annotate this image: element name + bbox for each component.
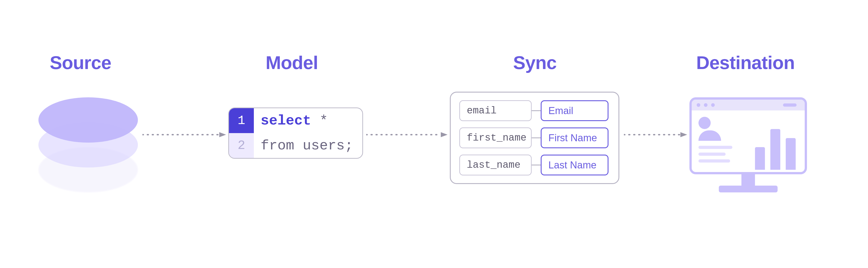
dest-field-pill: First Name <box>541 128 609 148</box>
sync-mapping-panel: email Email first_name First Name last_n… <box>450 92 619 184</box>
code-line-1: 1 select * <box>229 108 362 133</box>
mapping-connector <box>532 165 541 165</box>
arrow-model-to-sync <box>366 131 447 138</box>
monitor-screen <box>689 97 807 174</box>
sync-title: Sync <box>513 52 557 73</box>
svg-marker-5 <box>680 132 687 137</box>
dest-field-pill: Last Name <box>541 155 609 176</box>
source-field-pill: first_name <box>459 128 532 148</box>
arrow-source-to-model <box>143 131 226 138</box>
profile-icon <box>699 117 744 172</box>
destination-monitor-icon <box>689 97 807 192</box>
code-line-2: 2 from users; <box>229 133 362 158</box>
mapping-row: first_name First Name <box>459 128 610 148</box>
mapping-connector <box>532 110 541 111</box>
mapping-row: email Email <box>459 100 610 121</box>
database-icon <box>38 97 138 192</box>
model-title: Model <box>266 52 318 73</box>
pipeline-diagram: Source Model Sync Destination 1 select *… <box>0 0 868 268</box>
bar-chart-icon <box>753 117 798 172</box>
source-field-pill: last_name <box>459 155 532 176</box>
sql-text: from users; <box>254 138 353 154</box>
arrow-sync-to-destination <box>624 131 687 138</box>
svg-marker-3 <box>441 132 447 137</box>
dest-field-pill: Email <box>541 100 609 121</box>
model-code-block: 1 select * 2 from users; <box>228 108 363 159</box>
sql-keyword: select <box>260 113 311 129</box>
mapping-connector <box>532 137 541 138</box>
window-titlebar <box>692 100 805 110</box>
destination-title: Destination <box>696 52 795 73</box>
mapping-row: last_name Last Name <box>459 155 610 176</box>
sql-text: * <box>311 113 328 129</box>
svg-marker-1 <box>219 132 226 137</box>
source-field-pill: email <box>459 100 532 121</box>
source-title: Source <box>50 52 111 73</box>
line-number: 1 <box>229 108 254 133</box>
line-number: 2 <box>229 133 254 158</box>
